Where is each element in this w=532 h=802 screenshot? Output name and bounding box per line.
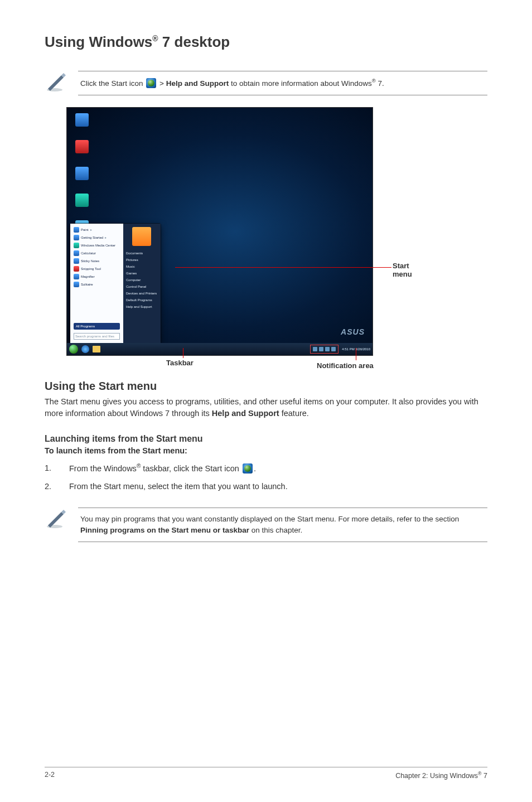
bottom-note: You may pin programs that you want const… — [45, 503, 487, 547]
section-heading-start-menu: Using the Start menu — [45, 380, 487, 393]
notification-tray — [310, 345, 338, 354]
step-item: 1. From the Windows® taskbar, click the … — [45, 462, 487, 475]
start-menu-panel: Paint▸ Getting Started▸ Windows Media Ce… — [70, 224, 161, 343]
callout-line — [356, 348, 356, 360]
title-sup: ® — [152, 34, 158, 43]
desktop-icon — [72, 140, 91, 162]
start-orb-icon — [243, 463, 253, 474]
top-note: Click the Start icon > Help and Support … — [45, 66, 487, 100]
desktop-icon — [72, 167, 91, 189]
step-item: 2. From the Start menu, select the item … — [45, 480, 487, 492]
note-pencil-icon — [45, 71, 67, 93]
windows7-desktop-screenshot: ASUS Paint▸ Getting Started▸ Windows Med… — [67, 108, 373, 355]
desktop-icon — [72, 194, 91, 216]
desktop-screenshot-figure: ASUS Paint▸ Getting Started▸ Windows Med… — [67, 108, 487, 370]
callout-notification-area: Notification area — [317, 361, 374, 370]
title-pre: Using Windows — [45, 33, 152, 50]
desktop-icon — [72, 113, 91, 136]
explorer-icon — [93, 346, 100, 352]
start-button-icon — [69, 345, 78, 354]
callout-line — [183, 348, 183, 358]
start-menu-description: The Start menu gives you access to progr… — [45, 396, 487, 419]
start-orb-icon — [146, 78, 156, 88]
top-note-text: Click the Start icon > Help and Support … — [78, 71, 487, 95]
note-pencil-icon — [45, 508, 67, 530]
page-title: Using Windows® 7 desktop — [45, 33, 487, 51]
page-footer: 2-2 Chapter 2: Using Windows® 7 — [45, 767, 487, 780]
user-avatar-icon — [132, 227, 151, 246]
start-menu-right-pane: Documents Pictures Music Games Computer … — [123, 224, 161, 343]
taskbar: 4:51 PM 3/26/2010 — [67, 343, 373, 355]
launch-items-subhead: To launch items from the Start menu: — [45, 446, 487, 455]
asus-logo: ASUS — [341, 327, 365, 336]
callout-line — [175, 267, 391, 268]
launch-steps: 1. From the Windows® taskbar, click the … — [45, 462, 487, 493]
start-menu-left-pane: Paint▸ Getting Started▸ Windows Media Ce… — [70, 224, 123, 343]
footer-page-number: 2-2 — [45, 771, 55, 780]
subsection-heading-launching: Launching items from the Start menu — [45, 434, 487, 444]
start-search-input: Search programs and files — [74, 333, 120, 340]
footer-chapter: Chapter 2: Using Windows® 7 — [395, 771, 487, 780]
title-post: 7 desktop — [158, 33, 230, 50]
callout-taskbar: Taskbar — [166, 359, 194, 367]
ie-icon — [81, 345, 89, 353]
all-programs: All Programs — [74, 323, 120, 330]
bottom-note-text: You may pin programs that you want const… — [78, 508, 487, 543]
callout-start-menu: Start menu — [393, 262, 426, 278]
